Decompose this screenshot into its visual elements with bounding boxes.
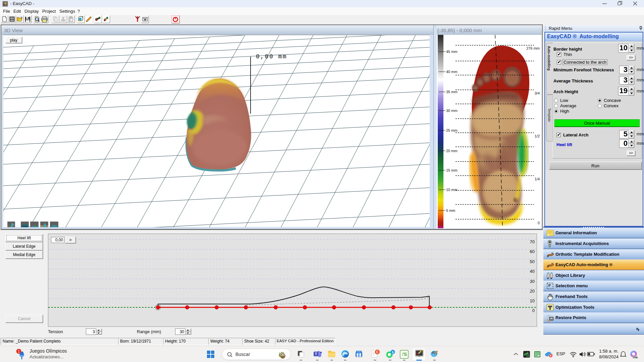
- svg-text:0,00 mm: 0,00 mm: [256, 53, 287, 60]
- svg-text:T: T: [315, 352, 317, 356]
- svg-text:1: 1: [18, 349, 20, 353]
- svg-text:5: 5: [392, 350, 394, 354]
- svg-text:S: S: [404, 352, 407, 357]
- svg-text:C: C: [376, 350, 378, 354]
